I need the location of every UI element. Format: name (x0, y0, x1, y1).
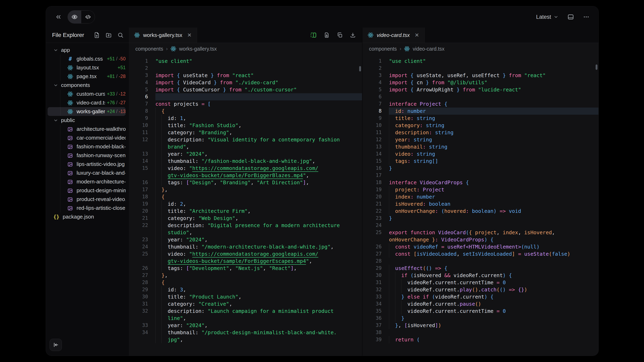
collapse-to-start-button[interactable] (50, 339, 62, 351)
file-item-video-card.tsx[interactable]: video-card.tsx+76 / -27 (48, 98, 126, 107)
file-item-architecture-walkthro-[interactable]: architecture-walkthro… (48, 125, 126, 133)
code-line[interactable]: 19 id: 2, (129, 200, 362, 208)
file-item-page.tsx[interactable]: page.tsx+81 / -28 (48, 72, 126, 81)
code-line[interactable]: 13 thumbnail: string (362, 143, 598, 150)
code-line[interactable]: 37 }, [isHovered]) (362, 322, 598, 329)
file-item-fashion-runway-scen-[interactable]: fashion-runway-scen… (48, 151, 126, 160)
code-line[interactable]: 32 description: "Launch campaign for a m… (129, 308, 362, 315)
code-line[interactable]: 31 category: "Creative", (129, 300, 362, 308)
code-line[interactable]: 16} (362, 165, 598, 172)
code-line[interactable]: 4import { VideoCard } from "./video-card… (129, 79, 362, 86)
code-line[interactable]: 29 useEffect(() => { (362, 265, 598, 272)
code-line[interactable]: 21 isHovered: boolean (362, 200, 598, 208)
file-item-product-design-minim-[interactable]: product-design-minim… (48, 186, 126, 195)
panel-bottom-icon[interactable] (568, 14, 574, 20)
code-line[interactable]: jpg", (129, 336, 362, 343)
close-tab-icon[interactable]: ✕ (415, 32, 419, 38)
file-item-package.json[interactable]: {}package.json (48, 212, 126, 221)
code-line[interactable]: 27 }, (129, 272, 362, 279)
breadcrumb-folder[interactable]: components (369, 46, 397, 52)
folder-item-components[interactable]: components (48, 81, 126, 90)
code-line[interactable]: 11 description: string (362, 129, 598, 136)
file-item-fashion-model-black-[interactable]: fashion-model-black-… (48, 142, 126, 151)
file-item-custom-curs-[interactable]: custom-curs…+33 / -12 (48, 90, 126, 98)
code-line[interactable]: gtv-videos-bucket/sample/ForBiggerBlazes… (129, 172, 362, 179)
scrollbar-thumb[interactable] (359, 66, 361, 71)
code-line[interactable]: 31 videoRef.current.currentTime = 0 (362, 279, 598, 286)
code-line[interactable]: 36 } (362, 315, 598, 322)
tab-works-gallery-tsx[interactable]: works-gallery.tsx✕ (129, 27, 197, 43)
file-item-lips-artistic-video.jpg[interactable]: lips-artistic-video.jpg (48, 160, 126, 169)
code-line[interactable]: 8 id: number (362, 107, 598, 115)
code-view-icon[interactable] (81, 10, 95, 23)
folder-item-public[interactable]: public (48, 116, 126, 125)
preview-eye-icon[interactable] (68, 10, 81, 23)
code-line[interactable]: 5import { ArrowUpRight } from "lucide-re… (362, 86, 598, 93)
code-line[interactable]: 9 title: string (362, 115, 598, 122)
code-line[interactable]: 34 thumbnail: "/product-design-minimalis… (129, 329, 362, 336)
code-line[interactable]: 33 year: "2024", (129, 322, 362, 329)
file-item-luxury-car-black-and-[interactable]: luxury-car-black-and-… (48, 169, 126, 177)
code-line[interactable]: studio", (129, 229, 362, 236)
new-folder-icon[interactable] (106, 32, 112, 38)
code-line[interactable]: 3import { useState } from "react" (129, 72, 362, 79)
code-line[interactable]: 25 video: "https://commondatastorage.goo… (129, 250, 362, 258)
folder-item-app[interactable]: app (48, 46, 126, 54)
code-line[interactable]: 25export function VideoCard({ project, i… (362, 229, 598, 236)
more-options-icon[interactable] (583, 14, 590, 20)
code-area-right[interactable]: 1"use client"23import { useState, useRef… (362, 55, 598, 356)
code-line[interactable]: 26 tags: ["Development", "Next.js", "Rea… (129, 265, 362, 272)
code-line[interactable]: 2 (129, 65, 362, 72)
copy-file-icon[interactable] (337, 32, 343, 38)
code-line[interactable]: 30 title: "Product Launch", (129, 293, 362, 300)
code-line[interactable]: 27 const [isVideoLoaded, setIsVideoLoade… (362, 250, 598, 258)
code-line[interactable]: 26 const videoRef = useRef<HTMLVideoElem… (362, 243, 598, 250)
search-icon[interactable] (118, 32, 124, 38)
tab-video-card-tsx[interactable]: video-card.tsx✕ (362, 27, 425, 43)
new-file-icon[interactable] (94, 32, 100, 38)
code-line[interactable]: 11 category: "Branding", (129, 129, 362, 136)
code-line[interactable]: brand", (129, 143, 362, 150)
code-line[interactable]: 29 id: 3, (129, 286, 362, 293)
code-line[interactable]: 19 project: Project (362, 186, 598, 193)
code-line[interactable]: 20 index: number (362, 193, 598, 200)
code-line[interactable]: 14 video: string (362, 150, 598, 158)
code-line[interactable]: 14 thumbnail: "/fashion-model-black-and-… (129, 158, 362, 165)
code-line[interactable]: 23} (362, 215, 598, 222)
code-line[interactable]: 23 year: "2024", (129, 236, 362, 243)
scrollbar-thumb[interactable] (596, 64, 598, 70)
add-file-icon[interactable] (324, 32, 330, 38)
file-item-globals.css[interactable]: #globals.css+51 / -50 (48, 54, 126, 63)
breadcrumb-folder[interactable]: components (135, 46, 163, 52)
code-line[interactable]: 35 videoRef.current.currentTime = 0 (362, 308, 598, 315)
code-line[interactable]: 33 } else if (videoRef.current) { (362, 293, 598, 300)
code-line[interactable]: 32 videoRef.current.play().catch(() => {… (362, 286, 598, 293)
code-line[interactable]: 6 (362, 93, 598, 100)
code-line[interactable]: 2 (362, 65, 598, 72)
code-line[interactable]: 5import { CustomCursor } from "./custom-… (129, 86, 362, 93)
download-file-icon[interactable] (350, 32, 356, 38)
code-line[interactable]: 1"use client" (129, 57, 362, 65)
collapse-panel-icon[interactable] (55, 13, 62, 20)
code-line[interactable]: 7const projects = [ (129, 100, 362, 107)
code-line[interactable]: 22 description: "Digital presence for a … (129, 222, 362, 229)
code-line[interactable]: 10 title: "Fashion Studio", (129, 122, 362, 129)
code-line[interactable]: 12 description: "Visual identity for a c… (129, 136, 362, 143)
code-line[interactable]: 28 { (129, 279, 362, 286)
code-line[interactable]: gtv-videos-bucket/sample/ForBiggerEscape… (129, 258, 362, 265)
breadcrumb-file[interactable]: video-card.tsx (413, 46, 444, 52)
code-line[interactable]: 24 (362, 222, 598, 229)
split-editor-icon[interactable] (310, 32, 317, 38)
file-item-works-galler-[interactable]: works-galler…+24 / -13 (48, 107, 126, 116)
code-line[interactable]: 15 video: "https://commondatastorage.goo… (129, 165, 362, 172)
code-line[interactable]: 38 (362, 329, 598, 336)
code-line[interactable]: 22 onHoverChange: (hovered: boolean) => … (362, 208, 598, 215)
file-item-car-commercial-video-[interactable]: car-commercial-video… (48, 133, 126, 142)
code-line[interactable]: 18 { (129, 193, 362, 200)
code-line[interactable]: 1"use client" (362, 57, 598, 65)
code-line[interactable]: 12 year: string (362, 136, 598, 143)
code-line[interactable]: 15 tags: string[] (362, 158, 598, 165)
file-item-modern-architecture-[interactable]: modern-architecture-… (48, 177, 126, 186)
code-line[interactable]: 16 tags: ["Design", "Branding", "Art Dir… (129, 179, 362, 186)
code-line[interactable]: 30 if (isHovered && videoRef.current) { (362, 272, 598, 279)
